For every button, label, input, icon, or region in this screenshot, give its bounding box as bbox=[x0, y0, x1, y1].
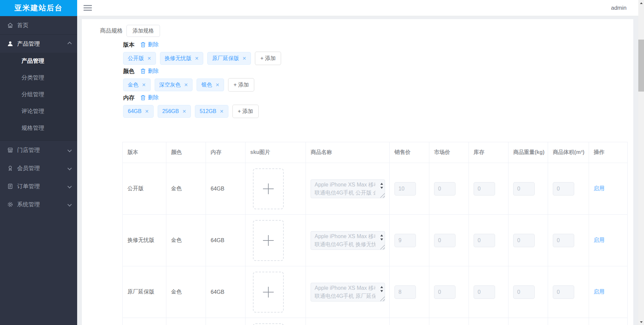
cell-color: 金色 bbox=[166, 266, 206, 318]
weight-input[interactable]: 0 bbox=[513, 285, 535, 299]
tag-close-icon[interactable]: ✕ bbox=[184, 82, 188, 88]
tag-close-icon[interactable]: ✕ bbox=[195, 56, 199, 61]
market-price-input[interactable]: 0 bbox=[434, 285, 455, 299]
tag-close-icon[interactable]: ✕ bbox=[182, 109, 186, 114]
sidebar-subitem-comment[interactable]: 评论管理 bbox=[0, 103, 77, 120]
cell-sku-image bbox=[246, 266, 306, 318]
sidebar-item-system[interactable]: 系统管理 bbox=[0, 195, 77, 213]
enable-link[interactable]: 启用 bbox=[594, 289, 604, 294]
scrollbar-down-icon[interactable] bbox=[638, 319, 644, 325]
scroll-down-icon[interactable] bbox=[380, 238, 383, 242]
app-logo: 亚米建站后台 bbox=[0, 0, 77, 16]
product-name-textarea[interactable]: Apple iPhone XS Max 移动 联通电信4G手机 原厂延保 bbox=[311, 283, 385, 302]
cell-stock: 0 bbox=[469, 163, 508, 215]
member-icon bbox=[7, 165, 13, 171]
weight-input[interactable]: 0 bbox=[513, 182, 535, 196]
stock-input[interactable]: 0 bbox=[474, 285, 495, 299]
tag-close-icon[interactable]: ✕ bbox=[145, 109, 149, 114]
volume-input[interactable]: 0 bbox=[553, 285, 574, 299]
cell-version: 原厂延保版 bbox=[123, 266, 166, 318]
image-upload-box[interactable] bbox=[253, 168, 284, 209]
cell-sku-image bbox=[246, 163, 306, 215]
market-price-input[interactable]: 0 bbox=[434, 234, 455, 247]
cell-memory: 64GB bbox=[206, 163, 246, 215]
sidebar-subitem-category[interactable]: 分类管理 bbox=[0, 69, 77, 86]
add-spec-button[interactable]: 添加规格 bbox=[126, 25, 160, 37]
sidebar-item-order[interactable]: 订单管理 bbox=[0, 177, 77, 195]
sidebar-item-member[interactable]: 会员管理 bbox=[0, 159, 77, 177]
delete-spec-link[interactable]: 删除 bbox=[148, 41, 159, 48]
tag-close-icon[interactable]: ✕ bbox=[142, 82, 146, 88]
sale-price-input[interactable]: 8 bbox=[394, 285, 416, 299]
trash-icon[interactable] bbox=[140, 42, 146, 48]
cell-version: 换修无忧版 bbox=[123, 215, 166, 266]
cell-weight: 0 bbox=[508, 266, 548, 318]
add-tag-button[interactable]: + 添加 bbox=[228, 78, 254, 92]
delete-spec-link[interactable]: 删除 bbox=[148, 94, 159, 101]
cell-action: 启用 bbox=[589, 163, 628, 215]
cell-version: 公开版 bbox=[123, 163, 166, 215]
cell-color: 金色 bbox=[166, 163, 206, 215]
market-price-input[interactable]: 0 bbox=[434, 182, 455, 196]
scroll-up-icon[interactable] bbox=[380, 181, 383, 185]
weight-input[interactable]: 0 bbox=[513, 234, 535, 247]
sale-price-input[interactable]: 9 bbox=[394, 234, 416, 247]
page-scrollbar[interactable] bbox=[638, 0, 644, 325]
cell-action bbox=[589, 318, 628, 325]
tag-close-icon[interactable]: ✕ bbox=[147, 56, 151, 61]
cell-sale-price: 9 bbox=[390, 215, 429, 266]
enable-link[interactable]: 启用 bbox=[594, 185, 604, 191]
cell-volume: 0 bbox=[548, 215, 589, 266]
image-upload-box[interactable] bbox=[253, 272, 284, 313]
spec-tag-label: 64GB bbox=[128, 108, 142, 114]
chevron-down-icon bbox=[68, 183, 71, 189]
volume-input[interactable]: 0 bbox=[553, 234, 574, 247]
scrollbar-up-icon[interactable] bbox=[638, 0, 644, 6]
tag-close-icon[interactable]: ✕ bbox=[215, 82, 219, 88]
stock-input[interactable]: 0 bbox=[474, 182, 495, 196]
sku-table: 版本 颜色 内存 sku图片 商品名称 销售价 市场价 库存 商品重量(kg) … bbox=[122, 142, 628, 325]
spec-group-title: 版本 删除 bbox=[123, 41, 281, 48]
product-name-text: 联通电信4G手机 公开版 金 bbox=[315, 189, 375, 197]
cell-volume bbox=[548, 318, 589, 325]
product-name-textarea[interactable]: Apple iPhone XS Max 移动 联通电信4G手机 公开版 金 bbox=[311, 179, 385, 198]
product-name-text: 联通电信4G手机 换修无忧 bbox=[315, 240, 375, 249]
scroll-down-icon[interactable] bbox=[380, 187, 383, 190]
stock-input[interactable]: 0 bbox=[474, 234, 495, 247]
spec-tag-label: 换修无忧版 bbox=[165, 55, 192, 62]
volume-input[interactable]: 0 bbox=[553, 182, 574, 196]
sidebar-subitem-product[interactable]: 产品管理 bbox=[0, 53, 77, 69]
product-name-textarea[interactable]: Apple iPhone XS Max 移动 联通电信4G手机 换修无忧 bbox=[311, 231, 385, 250]
cell-stock: 0 bbox=[469, 266, 508, 318]
image-upload-box[interactable] bbox=[253, 323, 284, 325]
sale-price-input[interactable]: 10 bbox=[394, 182, 416, 196]
trash-icon[interactable] bbox=[140, 95, 146, 101]
sidebar-subitem-group[interactable]: 分组管理 bbox=[0, 86, 77, 103]
add-tag-button[interactable]: + 添加 bbox=[232, 105, 259, 118]
table-row: 换修无忧版 金色 64GB Apple iPhone XS Max 移动 联通电… bbox=[123, 215, 628, 266]
spec-tag: 64GB ✕ bbox=[123, 105, 154, 118]
tag-close-icon[interactable]: ✕ bbox=[220, 109, 224, 114]
trash-icon[interactable] bbox=[140, 68, 146, 74]
sidebar-item-store[interactable]: 门店管理 bbox=[0, 141, 77, 159]
delete-spec-link[interactable]: 删除 bbox=[148, 68, 159, 75]
spec-group-name: 颜色 bbox=[123, 67, 135, 75]
sidebar-item-home[interactable]: 首页 bbox=[0, 16, 77, 34]
user-menu[interactable]: admin bbox=[611, 0, 627, 16]
tag-close-icon[interactable]: ✕ bbox=[242, 56, 246, 61]
hamburger-icon[interactable] bbox=[84, 5, 92, 11]
spec-tags-row: 公开版 ✕ 换修无忧版 ✕ 原厂延保版 ✕ + 添加 bbox=[123, 52, 281, 65]
cell-name bbox=[306, 318, 390, 325]
sidebar-item-label: 门店管理 bbox=[17, 146, 40, 154]
spec-group-name: 内存 bbox=[123, 94, 135, 102]
add-tag-button[interactable]: + 添加 bbox=[255, 52, 281, 65]
scroll-down-icon[interactable] bbox=[380, 290, 383, 293]
scroll-up-icon[interactable] bbox=[380, 285, 383, 288]
sidebar-item-product[interactable]: 产品管理 bbox=[0, 35, 77, 53]
scrollbar-thumb[interactable] bbox=[638, 40, 644, 92]
image-upload-box[interactable] bbox=[253, 220, 284, 261]
sidebar-subitem-spec[interactable]: 规格管理 bbox=[0, 120, 77, 137]
spec-tag: 原厂延保版 ✕ bbox=[207, 52, 251, 65]
enable-link[interactable]: 启用 bbox=[594, 237, 604, 243]
scroll-up-icon[interactable] bbox=[380, 233, 383, 236]
